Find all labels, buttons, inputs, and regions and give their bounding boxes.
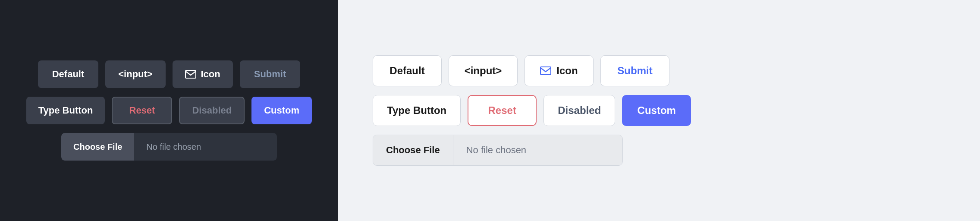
light-custom-button[interactable]: Custom [622,95,691,126]
envelope-icon [185,70,196,79]
light-icon-button-label: Icon [556,65,578,77]
light-row-3: Choose File No file chosen [373,135,623,166]
light-input-button[interactable]: <input> [449,55,518,86]
dark-row-1: Default <input> Icon Submit [38,60,300,88]
dark-disabled-button[interactable]: Disabled [179,97,245,124]
light-default-button[interactable]: Default [373,55,442,86]
dark-reset-button[interactable]: Reset [112,97,172,124]
light-no-file-label: No file chosen [453,135,622,165]
light-type-button[interactable]: Type Button [373,95,461,126]
dark-default-button[interactable]: Default [38,60,98,88]
light-choose-file-button[interactable]: Choose File [373,135,453,165]
dark-icon-button-label: Icon [201,69,220,80]
light-submit-button[interactable]: Submit [600,55,669,86]
dark-panel: Default <input> Icon Submit Type Button … [0,0,338,221]
light-file-input: Choose File No file chosen [373,135,623,166]
dark-icon-button[interactable]: Icon [173,60,233,88]
dark-no-file-label: No file chosen [134,133,277,161]
svg-rect-0 [185,70,196,78]
light-icon-button[interactable]: Icon [525,55,594,86]
light-disabled-button[interactable]: Disabled [543,95,615,126]
envelope-icon-light [540,66,551,75]
dark-choose-file-button[interactable]: Choose File [61,133,134,161]
light-row-2: Type Button Reset Disabled Custom [373,95,691,126]
dark-input-button[interactable]: <input> [105,60,166,88]
light-reset-button[interactable]: Reset [468,95,537,126]
dark-custom-button[interactable]: Custom [251,97,312,124]
light-panel: Default <input> Icon Submit Type Button … [338,0,980,221]
dark-type-button[interactable]: Type Button [26,97,105,124]
dark-submit-button[interactable]: Submit [240,60,300,88]
dark-file-input: Choose File No file chosen [61,133,277,161]
dark-row-3: Choose File No file chosen [61,133,277,161]
light-row-1: Default <input> Icon Submit [373,55,669,86]
dark-row-2: Type Button Reset Disabled Custom [26,97,312,124]
svg-rect-1 [540,67,551,75]
